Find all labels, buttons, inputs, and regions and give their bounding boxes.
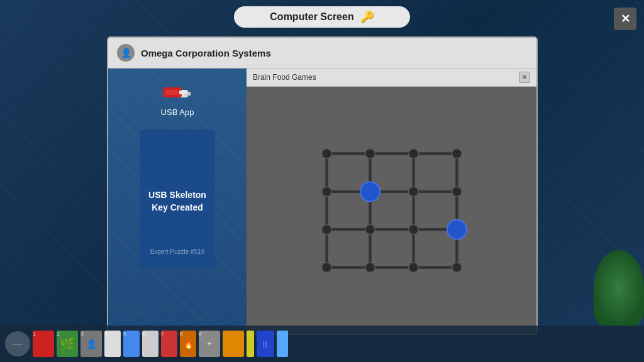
svg-point-19	[452, 187, 462, 197]
taskbar-item-4[interactable]: 4	[104, 331, 121, 357]
puzzle-area	[247, 87, 536, 334]
outer-close-button[interactable]: ✕	[614, 8, 636, 30]
brain-food-games-window: Brain Food Games ✕	[247, 69, 536, 334]
svg-point-24	[365, 263, 375, 273]
usb-app-icon-area[interactable]: USB App	[160, 81, 194, 117]
taskbar: — 1 2 🌿 3 👤 4 5 6 7 8 🔥	[0, 326, 644, 362]
taskbar-item-11[interactable]	[247, 331, 254, 357]
window-titlebar: 👤 Omega Corporation Systems	[108, 38, 536, 69]
card-title: USB Skeleton Key Created	[146, 189, 209, 214]
window-content: USB App USB Skeleton Key Created Expert …	[108, 69, 536, 334]
taskbar-item-2[interactable]: 2 🌿	[57, 331, 78, 357]
svg-point-16	[452, 149, 462, 159]
user-avatar: 👤	[117, 44, 135, 62]
main-window: 👤 Omega Corporation Systems	[107, 36, 538, 335]
svg-point-14	[365, 149, 375, 159]
plant-decoration	[594, 250, 644, 326]
svg-point-13	[321, 149, 331, 159]
svg-rect-3	[179, 90, 187, 94]
taskbar-item-6[interactable]: 6	[142, 331, 158, 357]
taskbar-item-13[interactable]	[277, 331, 288, 357]
taskbar-item-3[interactable]: 3 👤	[80, 331, 102, 357]
usb-drive-icon	[160, 81, 194, 104]
sub-window-title: Brain Food Games	[253, 73, 316, 82]
taskbar-item-1[interactable]: 1	[33, 331, 54, 357]
left-panel: USB App USB Skeleton Key Created Expert …	[108, 69, 247, 334]
taskbar-dock[interactable]: —	[5, 331, 30, 356]
sub-titlebar: Brain Food Games ✕	[247, 69, 536, 87]
taskbar-item-12[interactable]: |||	[257, 331, 274, 357]
svg-point-21	[365, 224, 375, 234]
key-icon: 🔑	[360, 10, 374, 24]
svg-point-20	[321, 224, 331, 234]
sub-close-button[interactable]: ✕	[519, 72, 530, 83]
taskbar-item-10[interactable]	[223, 331, 244, 357]
svg-point-23	[321, 263, 331, 273]
taskbar-item-7[interactable]: 7	[161, 331, 177, 357]
usb-app-label: USB App	[161, 107, 194, 117]
taskbar-item-9[interactable]: 9 ✦	[199, 331, 220, 357]
svg-point-27	[360, 182, 380, 201]
svg-point-28	[447, 220, 466, 239]
window-title: Omega Corporation Systems	[141, 48, 271, 58]
taskbar-item-8[interactable]: 8 🔥	[180, 331, 196, 357]
puzzle-grid	[297, 132, 486, 289]
svg-point-17	[321, 187, 331, 197]
svg-point-18	[408, 187, 418, 197]
computer-screen-title: Computer Screen	[270, 11, 353, 23]
svg-point-26	[452, 263, 462, 273]
svg-point-25	[408, 263, 418, 273]
top-bar: Computer Screen 🔑	[234, 6, 410, 28]
svg-point-15	[408, 149, 418, 159]
svg-rect-4	[165, 90, 178, 95]
card-subtitle: Expert Puzzle #519	[150, 248, 205, 255]
skeleton-key-card: USB Skeleton Key Created Expert Puzzle #…	[140, 129, 215, 268]
taskbar-item-5[interactable]: 5	[123, 331, 140, 357]
svg-point-22	[408, 224, 418, 234]
